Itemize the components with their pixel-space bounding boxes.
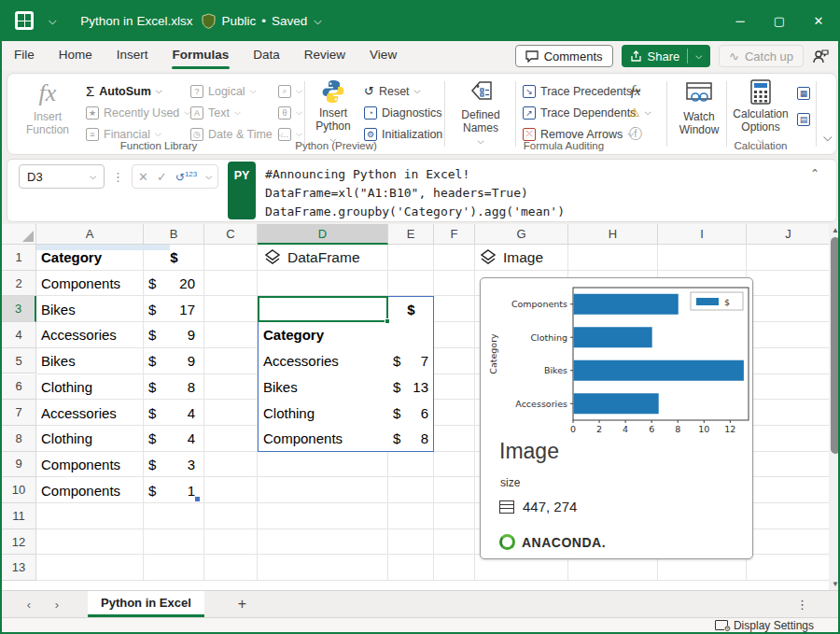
cell-b6[interactable]: $8	[148, 374, 195, 401]
image-preview-card[interactable]: ComponentsClothingBikesAccessories024681…	[480, 277, 753, 559]
column-header-D[interactable]: D	[258, 224, 388, 245]
display-settings-label[interactable]: Display Settings	[734, 619, 814, 632]
cell-d1-dataframe-title[interactable]: DataFrame	[264, 245, 360, 271]
column-header-C[interactable]: C	[204, 224, 258, 245]
show-formulas-button[interactable]: fx	[631, 81, 640, 101]
calculate-now-button[interactable]: ▦	[797, 83, 810, 103]
excel-app-icon[interactable]	[15, 11, 34, 30]
cell-b9[interactable]: $3	[148, 452, 195, 478]
cell-a1[interactable]: Category	[41, 245, 144, 271]
formula-bar-collapse-icon[interactable]: ⌃	[810, 160, 836, 221]
tab-review[interactable]: Review	[292, 41, 357, 71]
cell-b5[interactable]: $9	[148, 348, 195, 374]
maximize-button[interactable]: ▢	[760, 0, 799, 41]
formula-input[interactable]: #Announcing Python in Excel! DataFrame=x…	[256, 160, 810, 221]
calculation-options-button[interactable]: Calculation Options ⌵	[732, 79, 790, 141]
column-header-H[interactable]: H	[568, 224, 658, 245]
df-cell-d8[interactable]: Components	[263, 426, 386, 452]
row-header-7[interactable]: 7	[2, 400, 36, 426]
row-header-3[interactable]: 3	[2, 296, 36, 322]
column-header-F[interactable]: F	[434, 224, 475, 245]
cell-e3[interactable]: $	[388, 296, 434, 322]
saved-chevron-icon[interactable]: ⌵	[314, 15, 321, 27]
insert-python-button[interactable]: Insert Python ⌵	[312, 79, 355, 141]
row-header-11[interactable]: 11	[2, 503, 36, 529]
column-header-J[interactable]: J	[747, 224, 831, 245]
row-header-2[interactable]: 2	[2, 271, 36, 297]
row-header-9[interactable]: 9	[2, 452, 36, 478]
scroll-down-icon[interactable]: ▼	[829, 578, 840, 590]
column-header-A[interactable]: A	[36, 224, 144, 245]
prev-sheet-icon[interactable]: ‹	[15, 598, 43, 612]
quick-access-chevron-icon[interactable]: ⌵	[49, 15, 56, 27]
saved-status[interactable]: Saved	[272, 14, 307, 28]
cell-b2[interactable]: $20	[148, 271, 195, 297]
cell-a8[interactable]: Clothing	[41, 426, 144, 452]
row-header-4[interactable]: 4	[2, 322, 36, 348]
column-header-G[interactable]: G	[475, 224, 568, 245]
cell-a5[interactable]: Bikes	[41, 348, 144, 374]
add-sheet-icon[interactable]: +	[238, 596, 246, 613]
scroll-up-icon[interactable]: ▲	[829, 224, 840, 236]
reset-chevron-icon[interactable]: ⌵	[414, 86, 421, 96]
cell-a6[interactable]: Clothing	[41, 374, 144, 401]
tab-file[interactable]: File	[2, 41, 47, 71]
column-header-E[interactable]: E	[388, 224, 434, 245]
row-header-1[interactable]: 1	[2, 245, 36, 271]
python-values-toggle-icon[interactable]: ↺123	[175, 170, 197, 184]
column-header-B[interactable]: B	[144, 224, 204, 245]
trace-precedents-button[interactable]: ↘ Trace Precedents	[523, 81, 632, 101]
ribbon-collapse-chevron-icon[interactable]: ⌵	[823, 128, 832, 148]
tab-formulas[interactable]: Formulas	[161, 41, 242, 71]
autosum-button[interactable]: Σ AutoSum ⌵	[86, 81, 162, 101]
diagnostics-button[interactable]: ◔ Diagnostics	[364, 103, 442, 122]
watch-window-button[interactable]: Watch Window	[672, 79, 726, 141]
df-cell-d7[interactable]: Clothing	[263, 400, 386, 426]
cancel-icon[interactable]: ✕	[138, 170, 148, 184]
trace-dependents-button[interactable]: ↗ Trace Dependents	[523, 103, 636, 122]
error-checking-button[interactable]: ⚠ ⌵	[629, 103, 651, 122]
insert-function-chevron-icon[interactable]: ⌵	[205, 172, 212, 182]
row-header-5[interactable]: 5	[2, 348, 36, 374]
cell-b3[interactable]: $17	[148, 296, 195, 322]
selected-cell-d3[interactable]	[258, 296, 388, 322]
cell-a10[interactable]: Components	[41, 477, 144, 503]
tab-home[interactable]: Home	[47, 41, 105, 71]
vertical-scrollbar[interactable]: ▲ ▼	[829, 224, 840, 590]
enter-icon[interactable]: ✓	[157, 170, 167, 184]
spreadsheet-grid[interactable]: ABCDEFGHIJ12345678910111213Category$Comp…	[2, 224, 831, 590]
scrollbar-thumb[interactable]	[831, 237, 840, 454]
tab-insert[interactable]: Insert	[105, 41, 161, 71]
name-box-chevron-icon[interactable]: ⌵	[90, 172, 96, 182]
comments-button[interactable]: Comments	[515, 45, 613, 67]
cell-g1-image-title[interactable]: Image	[480, 245, 543, 271]
people-icon[interactable]	[812, 49, 829, 63]
row-header-10[interactable]: 10	[2, 477, 36, 503]
cell-d4[interactable]: Category	[263, 322, 386, 348]
cell-a7[interactable]: Accessories	[41, 400, 144, 426]
cell-b7[interactable]: $4	[148, 400, 195, 426]
df-cell-e6[interactable]: $13	[393, 374, 428, 401]
df-cell-e5[interactable]: $7	[393, 348, 428, 374]
error-checking-chevron-icon[interactable]: ⌵	[645, 107, 651, 118]
df-cell-e8[interactable]: $8	[393, 426, 428, 452]
cell-a9[interactable]: Components	[41, 452, 144, 478]
cell-a2[interactable]: Components	[41, 271, 144, 297]
defined-names-button[interactable]: Defined Names ⌵	[450, 79, 511, 141]
calculate-sheet-button[interactable]: ▤	[797, 109, 810, 129]
column-header-I[interactable]: I	[658, 224, 747, 245]
sensitivity-label[interactable]: Public	[221, 14, 256, 28]
sheet-bar-menu-icon[interactable]: ⋮	[796, 598, 808, 612]
formula-bar-grip-icon[interactable]: ⋮	[112, 170, 124, 221]
tab-data[interactable]: Data	[241, 41, 292, 71]
df-cell-d6[interactable]: Bikes	[263, 374, 386, 401]
minimize-button[interactable]: ─	[721, 0, 760, 41]
share-chevron-icon[interactable]: ⌵	[695, 51, 702, 62]
close-button[interactable]: ✕	[799, 0, 838, 41]
cell-b8[interactable]: $4	[148, 426, 195, 452]
row-header-8[interactable]: 8	[2, 426, 36, 452]
row-header-13[interactable]: 13	[2, 555, 36, 581]
tab-view[interactable]: View	[357, 41, 409, 71]
cell-b4[interactable]: $9	[148, 322, 195, 348]
cell-b1[interactable]: $	[144, 245, 204, 271]
